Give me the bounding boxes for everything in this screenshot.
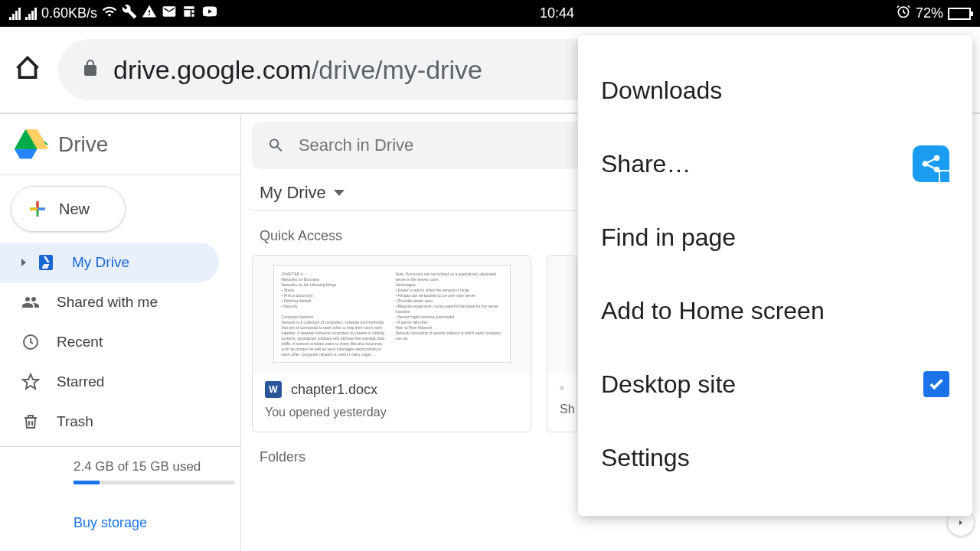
file-name: chapter1.docx: [291, 382, 377, 398]
word-icon: W: [265, 381, 282, 398]
wifi-icon: [102, 4, 117, 23]
lock-icon: [81, 59, 100, 80]
drive-title: Drive: [58, 132, 108, 157]
svg-marker-4: [15, 148, 38, 158]
data-rate: 0.60KB/s: [41, 5, 97, 21]
sidebar: Drive New My Drive Shared with me Recent…: [0, 114, 241, 551]
menu-desktop-site[interactable]: Desktop site: [578, 347, 972, 421]
home-button[interactable]: [14, 54, 41, 85]
sidebar-item-shared[interactable]: Shared with me: [0, 282, 219, 322]
sidebar-item-recent[interactable]: Recent: [0, 322, 219, 362]
signal-icon: [9, 8, 21, 20]
people-icon: [21, 293, 40, 311]
expand-icon[interactable]: [21, 259, 26, 266]
desktop-site-checkbox[interactable]: [923, 371, 949, 397]
clock-icon: [21, 333, 40, 351]
chevron-down-icon: [334, 190, 345, 196]
menu-add-to-home[interactable]: Add to Home screen: [578, 274, 972, 347]
alarm-icon: [896, 4, 911, 23]
sidebar-item-my-drive[interactable]: My Drive: [0, 243, 219, 282]
doc-preview: CHAPTER 4Networks for BusinessNetworks d…: [253, 256, 531, 372]
drive-logo-icon: [14, 129, 49, 160]
buy-storage-link[interactable]: Buy storage: [74, 515, 240, 531]
search-icon: [267, 136, 285, 155]
chevron-right-icon: [956, 518, 965, 527]
mail-icon: [162, 4, 177, 23]
shareit-icon: [913, 145, 949, 182]
menu-find-in-page[interactable]: Find in page: [578, 201, 972, 274]
quick-access-card[interactable]: Sh: [547, 255, 577, 432]
quick-access-card[interactable]: CHAPTER 4Networks for BusinessNetworks d…: [252, 255, 531, 432]
signal-icon-2: [25, 8, 37, 20]
sidebar-item-trash[interactable]: Trash: [0, 402, 219, 442]
star-icon: [21, 373, 40, 391]
alert-icon: [142, 4, 157, 23]
storage-bar: [74, 481, 234, 484]
check-icon: [928, 376, 945, 393]
menu-help-feedback[interactable]: Help & feedback: [578, 494, 972, 516]
android-status-bar: 0.60KB/s 10:44 72%: [0, 0, 980, 27]
storage-info: 2.4 GB of 15 GB used Buy storage: [0, 447, 240, 531]
menu-settings[interactable]: Settings: [578, 421, 972, 494]
news-icon: [181, 4, 197, 23]
form-icon: [560, 381, 564, 395]
drive-icon: [37, 253, 55, 272]
wrench-icon: [122, 4, 137, 23]
menu-downloads[interactable]: Downloads: [578, 54, 972, 127]
battery-icon: [948, 8, 971, 20]
status-time: 10:44: [218, 5, 896, 21]
menu-share[interactable]: Share…: [578, 127, 972, 201]
trash-icon: [21, 412, 40, 431]
file-subtitle: You opened yesterday: [265, 406, 518, 419]
sidebar-item-starred[interactable]: Starred: [0, 362, 219, 402]
browser-menu: Downloads Share… Find in page Add to Hom…: [578, 35, 972, 516]
drive-header[interactable]: Drive: [0, 114, 240, 175]
new-button[interactable]: New: [11, 186, 126, 232]
url-text: drive.google.com/drive/my-drive: [113, 55, 482, 85]
youtube-icon: [201, 3, 218, 24]
plus-icon: [27, 198, 48, 220]
battery-percent: 72%: [916, 5, 943, 21]
